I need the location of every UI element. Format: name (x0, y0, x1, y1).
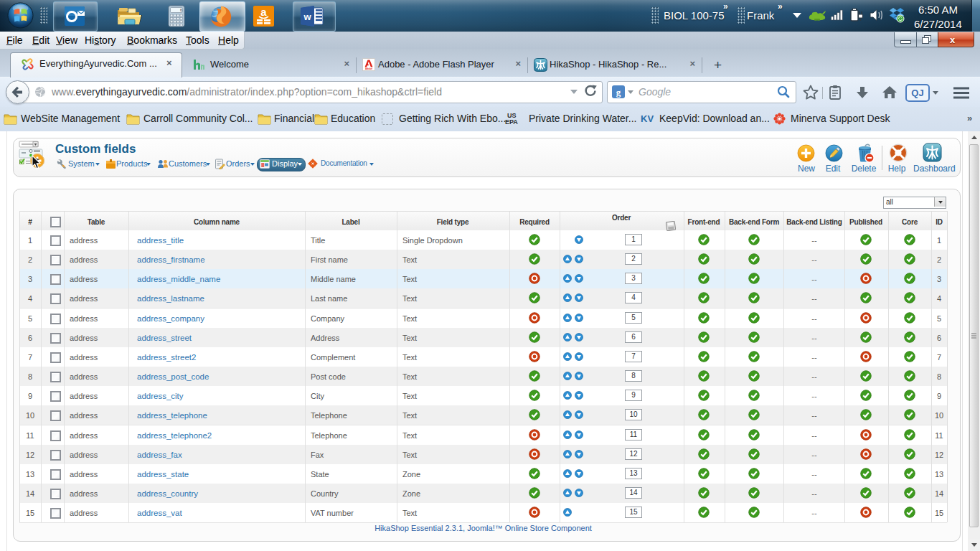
svg-text:6: 6 (180, 8, 182, 12)
svg-text:g: g (616, 87, 621, 98)
svg-text:w: w (303, 11, 311, 22)
svg-text:a: a (260, 6, 267, 18)
svg-text:Adobe: Adobe (365, 67, 372, 70)
svg-text:EPA: EPA (505, 118, 518, 126)
